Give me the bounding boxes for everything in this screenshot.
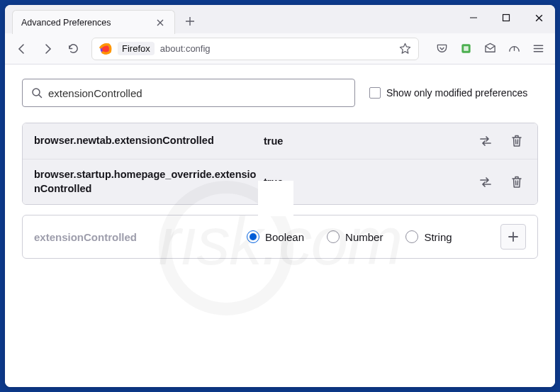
radio-label: String (424, 231, 452, 243)
close-tab-icon[interactable] (155, 17, 166, 28)
add-preference-button[interactable] (500, 224, 526, 250)
urlbar[interactable]: Firefox about:config (91, 38, 419, 60)
modified-only-checkbox[interactable]: Show only modified preferences (369, 87, 527, 99)
preference-value: true (261, 135, 476, 147)
urlbar-product-label: Firefox (118, 42, 155, 55)
search-box[interactable] (22, 79, 355, 107)
search-input[interactable] (48, 87, 346, 99)
extension-icon[interactable] (454, 38, 477, 60)
preference-name: browser.newtab.extensionControlled (34, 134, 261, 148)
radio-icon (405, 230, 418, 243)
preference-name: browser.startup.homepage_override.extens… (34, 168, 261, 196)
navbar: Firefox about:config (5, 33, 555, 65)
toggle-icon[interactable] (476, 132, 495, 150)
minimize-button[interactable] (457, 5, 490, 30)
menu-icon[interactable] (527, 38, 549, 60)
radio-icon (247, 230, 259, 243)
close-window-button[interactable] (522, 5, 555, 30)
radio-label: Number (345, 231, 383, 243)
toggle-icon[interactable] (476, 173, 495, 191)
reload-button[interactable] (62, 38, 84, 60)
radio-boolean[interactable]: Boolean (247, 230, 304, 243)
preference-row[interactable]: browser.newtab.extensionControlled true (23, 123, 537, 159)
preference-row[interactable]: browser.startup.homepage_override.extens… (23, 159, 537, 204)
window-controls (457, 5, 555, 30)
add-preference-name: extensionControlled (34, 231, 247, 243)
delete-icon[interactable] (508, 132, 526, 150)
titlebar: Advanced Preferences (5, 5, 555, 33)
forward-button[interactable] (36, 38, 59, 60)
svg-rect-4 (464, 46, 469, 51)
modified-only-label: Show only modified preferences (386, 87, 527, 99)
urlbar-url: about:config (160, 43, 393, 54)
browser-window: Advanced Preferences (5, 5, 555, 387)
radio-string[interactable]: String (405, 230, 452, 243)
radio-label: Boolean (265, 231, 304, 243)
preference-value: true (261, 177, 476, 188)
radio-number[interactable]: Number (327, 230, 383, 243)
pocket-icon[interactable] (430, 38, 453, 60)
new-tab-button[interactable] (179, 11, 201, 32)
back-button[interactable] (11, 38, 33, 60)
content-area: rısk.com Show only modified preferences … (5, 65, 555, 387)
browser-tab[interactable]: Advanced Preferences (12, 10, 175, 34)
svg-rect-0 (503, 15, 510, 21)
preferences-table: browser.newtab.extensionControlled true … (22, 123, 538, 205)
mail-icon[interactable] (478, 38, 501, 60)
checkbox-icon (369, 87, 381, 99)
tab-title: Advanced Preferences (21, 18, 155, 28)
add-preference-row: extensionControlled Boolean Number Strin… (22, 215, 538, 259)
search-row: Show only modified preferences (22, 79, 538, 107)
delete-icon[interactable] (508, 173, 526, 191)
type-radio-group: Boolean Number String (247, 230, 500, 243)
bookmark-star-icon[interactable] (399, 43, 411, 55)
search-icon (31, 87, 43, 99)
firefox-logo-icon (99, 43, 112, 55)
maximize-button[interactable] (490, 5, 522, 30)
radio-icon (327, 230, 340, 243)
activity-icon[interactable] (503, 38, 525, 60)
